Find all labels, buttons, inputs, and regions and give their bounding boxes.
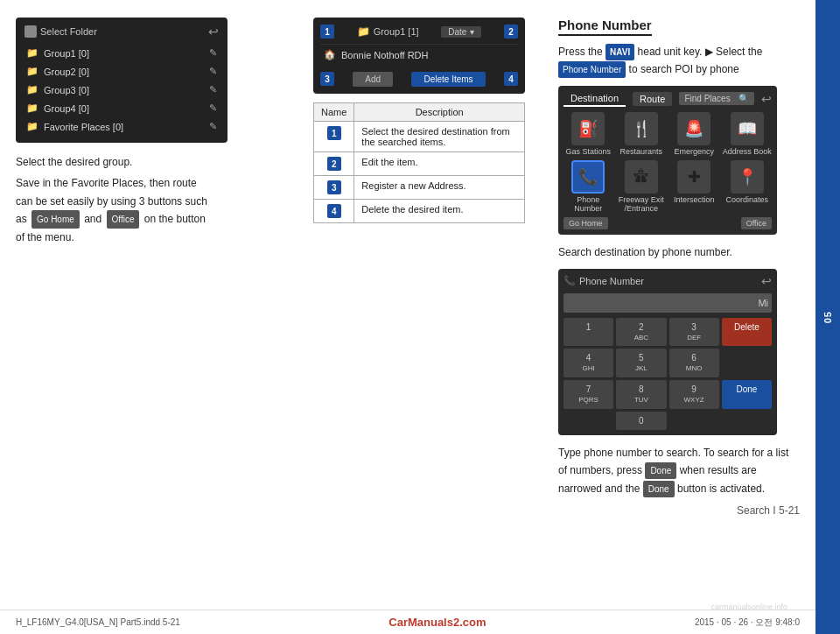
route-tab[interactable]: Route xyxy=(633,92,672,106)
done-badge-2: Done xyxy=(643,481,675,497)
badge-1: 1 xyxy=(320,25,334,39)
sf-header: Select Folder ↩ xyxy=(23,25,220,39)
destination-screen: Destination Route Find Places 🔍 ↩ ⛽ Gas … xyxy=(558,86,777,235)
badge-4: 4 xyxy=(504,72,518,86)
middle-column: 1 📁 Group1 [1] Date ▾ 2 🏠 Bonnie Nothoff… xyxy=(313,18,532,625)
phone-input-box: Mi xyxy=(564,293,772,313)
phone-number-icon[interactable]: 📞 xyxy=(571,160,605,194)
gs-item-name: Bonnie Nothoff RDH xyxy=(341,50,428,60)
key-empty-2 xyxy=(564,412,613,430)
gas-stations-item: ⛽ Gas Stations xyxy=(564,112,613,157)
gs-header-left: 📁 Group1 [1] xyxy=(357,25,419,38)
page-container: Select Folder ↩ 📁Group1 [0] ✎ 📁Group2 [0… xyxy=(0,0,840,634)
right-para-1: Press the NAVI head unit key. ▶ Select t… xyxy=(558,43,800,79)
watermark: carmanualsonline.info xyxy=(710,602,788,611)
dest-back-icon: ↩ xyxy=(761,92,772,106)
group-label: Group1 [1] xyxy=(374,26,419,37)
coordinates-icon[interactable]: 📍 xyxy=(731,160,764,194)
table-row: 4 Delete the desired item. xyxy=(314,200,525,223)
bottom-center-label: CarManuals2.com xyxy=(388,616,486,629)
date-select: Date ▾ xyxy=(441,26,481,38)
row-badge-2: 2 xyxy=(327,157,341,171)
phone-screen-title: 📞 Phone Number xyxy=(564,275,644,286)
phone-number-item: 📞 Phone Number xyxy=(564,160,613,215)
dest-header: Destination Route Find Places 🔍 ↩ xyxy=(564,91,772,107)
group-folder-icon: 📁 xyxy=(357,25,370,38)
key-1[interactable]: 1 xyxy=(564,318,613,347)
left-column: Select Folder ↩ 📁Group1 [0] ✎ 📁Group2 [0… xyxy=(16,18,296,625)
sf-item-5: 📁Favorite Places [0] ✎ xyxy=(23,117,220,136)
table-row: 3 Register a new Address. xyxy=(314,176,525,200)
address-book-item: 📖 Address Book xyxy=(723,112,773,157)
gas-stations-icon[interactable]: ⛽ xyxy=(571,112,605,145)
gs-header: 1 📁 Group1 [1] Date ▾ 2 xyxy=(320,25,518,39)
badge-2: 2 xyxy=(504,25,518,39)
phone-number-title: Phone Number xyxy=(558,18,652,36)
row-desc-2: Edit the item. xyxy=(354,152,525,176)
table-row: 2 Edit the item. xyxy=(314,152,525,176)
right-para-3: Type phone number to search. To search f… xyxy=(558,444,800,497)
destination-tab[interactable]: Destination xyxy=(564,91,626,107)
left-para-1: Select the desired group. xyxy=(16,153,296,171)
left-para-2: Save in the Favorite Places, then route … xyxy=(16,174,296,246)
edit-icon-1: ✎ xyxy=(209,47,217,59)
key-empty-1 xyxy=(722,349,772,377)
key-7[interactable]: 7PQRS xyxy=(564,380,613,409)
emergency-item: 🚨 Emergency xyxy=(669,112,719,157)
key-6[interactable]: 6MNO xyxy=(669,349,719,377)
phone-number-badge: Phone Number xyxy=(558,61,626,78)
key-empty-3 xyxy=(669,412,719,430)
key-2[interactable]: 2ABC xyxy=(616,318,666,347)
office-badge: Office xyxy=(107,210,140,229)
main-content: Select Folder ↩ 📁Group1 [0] ✎ 📁Group2 [0… xyxy=(0,0,816,634)
phone-number-screen: 📞 Phone Number ↩ Mi 1 2ABC 3DEF Delete 4… xyxy=(558,269,777,435)
edit-icon-2: ✎ xyxy=(209,66,217,77)
done-badge-1: Done xyxy=(645,462,676,479)
sf-back-icon: ↩ xyxy=(208,25,219,39)
row-badge-1: 1 xyxy=(327,126,341,140)
sf-item-1: 📁Group1 [0] ✎ xyxy=(23,44,220,62)
sf-header-left: Select Folder xyxy=(24,25,97,38)
badge-3: 3 xyxy=(320,72,334,86)
search-icon: 🔍 xyxy=(738,94,749,103)
coordinates-item: 📍 Coordinates xyxy=(723,160,773,215)
key-8[interactable]: 8TUV xyxy=(616,380,666,409)
delete-key[interactable]: Delete xyxy=(722,318,772,347)
freeway-exit-icon[interactable]: 🛣 xyxy=(625,160,658,194)
key-3[interactable]: 3DEF xyxy=(669,318,719,347)
right-para-2: Search destination by phone number. xyxy=(558,243,800,261)
phone-keypad: 1 2ABC 3DEF Delete 4GHI 5JKL 6MNO 7PQRS … xyxy=(564,318,772,430)
delete-items-button[interactable]: Delete Items xyxy=(411,72,485,87)
search-page-label: Search I 5-21 xyxy=(558,504,800,517)
restaurants-icon[interactable]: 🍴 xyxy=(625,112,658,145)
select-folder-screen: Select Folder ↩ 📁Group1 [0] ✎ 📁Group2 [0… xyxy=(16,18,228,143)
go-home-badge: Go Home xyxy=(32,210,80,229)
chapter-label: 05 xyxy=(822,311,833,323)
phone-input-value: Mi xyxy=(758,298,768,308)
edit-icon-3: ✎ xyxy=(209,84,217,95)
address-book-icon[interactable]: 📖 xyxy=(731,112,764,145)
key-9[interactable]: 9WXYZ xyxy=(669,380,719,409)
emergency-icon[interactable]: 🚨 xyxy=(677,112,710,145)
restaurants-item: 🍴 Restaurants xyxy=(617,112,667,157)
bottom-bar: H_LF16MY_G4.0[USA_N] Part5.indd 5-21 Car… xyxy=(0,609,816,634)
bottom-left-label: H_LF16MY_G4.0[USA_N] Part5.indd 5-21 xyxy=(16,617,180,627)
key-0[interactable]: 0 xyxy=(616,412,666,430)
add-button[interactable]: Add xyxy=(353,72,393,87)
freeway-exit-item: 🛣 Freeway Exit /Entrance xyxy=(617,160,667,215)
dest-go-home-button[interactable]: Go Home xyxy=(564,217,608,229)
done-key[interactable]: Done xyxy=(722,380,772,409)
dest-office-button[interactable]: Office xyxy=(741,217,772,229)
find-places-search[interactable]: Find Places 🔍 xyxy=(679,92,754,105)
key-4[interactable]: 4GHI xyxy=(564,349,613,377)
row-badge-3: 3 xyxy=(327,180,341,194)
edit-icon-5: ✎ xyxy=(209,121,217,132)
edit-icon-4: ✎ xyxy=(209,102,217,114)
key-5[interactable]: 5JKL xyxy=(616,349,666,377)
intersection-icon[interactable]: ✚ xyxy=(677,160,710,194)
table-header-desc: Description xyxy=(354,103,525,122)
group-screen: 1 📁 Group1 [1] Date ▾ 2 🏠 Bonnie Nothoff… xyxy=(313,18,525,94)
navi-badge: NAVI xyxy=(606,44,634,60)
intersection-item: ✚ Intersection xyxy=(669,160,719,215)
sf-title: Select Folder xyxy=(40,26,97,37)
